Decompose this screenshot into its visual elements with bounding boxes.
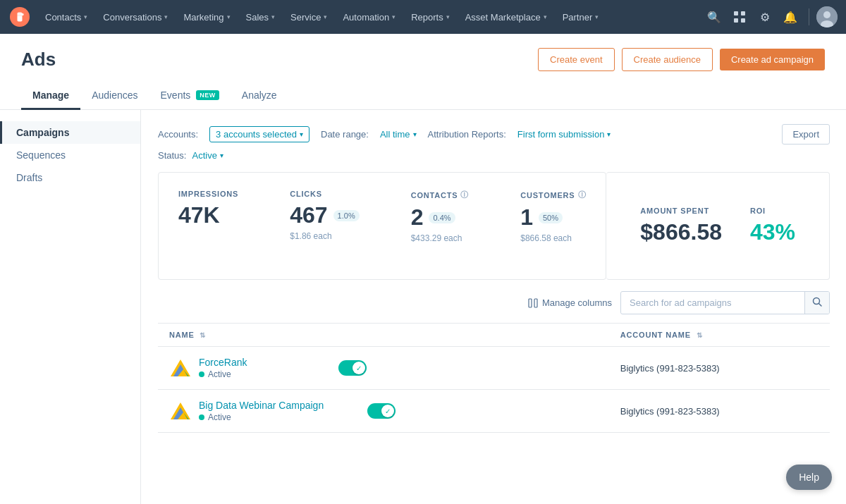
nav-service[interactable]: Service ▾ (283, 8, 334, 27)
sidebar-item-campaigns[interactable]: Campaigns (0, 121, 140, 144)
table-row: Big Data Webinar Campaign Active (158, 390, 830, 433)
customers-value: 1 (520, 204, 533, 231)
stat-amount-spent: AMOUNT SPENT $866.58 (640, 207, 722, 245)
svg-rect-4 (734, 18, 738, 23)
tab-analyze[interactable]: Analyze (231, 82, 288, 110)
search-input[interactable] (621, 293, 804, 313)
user-avatar[interactable] (816, 6, 838, 27)
export-button[interactable]: Export (782, 124, 830, 145)
status-dot-active (199, 414, 204, 420)
contacts-label: CONTACTS ⓘ (411, 190, 470, 200)
table-cell-name: ForceRank Active ✓ (158, 347, 609, 390)
customers-label: CUSTOMERS ⓘ (520, 190, 586, 200)
svg-rect-10 (534, 299, 537, 307)
page-title: Ads (21, 49, 56, 70)
create-campaign-button[interactable]: Create ad campaign (720, 49, 825, 70)
accounts-filter-label: Accounts: (158, 129, 198, 140)
toggle-switch[interactable]: ✓ (338, 360, 367, 376)
tab-events[interactable]: Events NEW (149, 82, 231, 110)
nav-contacts[interactable]: Contacts ▾ (38, 8, 94, 27)
info-icon[interactable]: ⓘ (578, 190, 587, 200)
nav-divider (809, 8, 809, 25)
table-col-name[interactable]: NAME ⇅ (158, 324, 609, 347)
accounts-filter-value[interactable]: 3 accounts selected ▾ (209, 126, 309, 142)
campaign-status: Active (199, 412, 324, 422)
impressions-value: 47K (178, 202, 238, 228)
svg-rect-2 (734, 11, 738, 16)
roi-value: 43% (750, 219, 795, 245)
top-navigation: Contacts ▾ Conversations ▾ Marketing ▾ S… (0, 0, 846, 34)
notifications-icon[interactable]: 🔔 (779, 6, 802, 28)
page-header-top: Ads Create event Create audience Create … (21, 48, 825, 71)
clicks-badge: 1.0% (333, 210, 360, 221)
table-toolbar: Manage columns (158, 291, 830, 314)
chevron-down-icon: ▾ (324, 13, 327, 20)
date-range-value[interactable]: All time ▾ (380, 129, 417, 140)
chevron-down-icon: ▾ (392, 13, 396, 20)
nav-asset-marketplace[interactable]: Asset Marketplace ▾ (458, 8, 554, 27)
sidebar-item-drafts[interactable]: Drafts (0, 166, 140, 189)
manage-columns-button[interactable]: Manage columns (528, 297, 612, 308)
date-range-label: Date range: (321, 129, 369, 140)
svg-point-1 (21, 13, 24, 16)
create-event-button[interactable]: Create event (538, 48, 614, 71)
content-area: Accounts: 3 accounts selected ▾ Date ran… (141, 110, 846, 504)
customers-badge: 50% (539, 212, 563, 223)
columns-icon (528, 298, 538, 308)
chevron-down-icon: ▾ (164, 13, 168, 20)
chevron-down-icon: ▾ (227, 13, 231, 20)
google-ads-icon (169, 400, 192, 422)
right-stats: AMOUNT SPENT $866.58 ROI 43% (626, 190, 809, 262)
campaign-name-cell: Big Data Webinar Campaign Active (169, 400, 598, 422)
table-header: NAME ⇅ ACCOUNT NAME ⇅ (158, 324, 830, 347)
info-icon[interactable]: ⓘ (460, 190, 469, 200)
help-button[interactable]: Help (786, 465, 832, 490)
toggle-knob: ✓ (352, 362, 365, 374)
clicks-value-row: 467 1.0% (290, 202, 359, 228)
search-icon (812, 297, 822, 307)
svg-point-7 (823, 11, 830, 18)
stat-impressions: IMPRESSIONS 47K (178, 190, 238, 228)
toggle-switch[interactable]: ✓ (367, 403, 396, 419)
search-button[interactable] (804, 292, 829, 314)
stats-metrics: IMPRESSIONS 47K CLICKS 467 1.0% $1.86 ea… (178, 190, 586, 243)
create-audience-button[interactable]: Create audience (622, 48, 713, 71)
nav-sales[interactable]: Sales ▾ (239, 8, 283, 27)
main-content: Campaigns Sequences Drafts Accounts: 3 a… (0, 110, 846, 504)
chevron-down-icon: ▾ (84, 13, 87, 20)
search-icon[interactable]: 🔍 (703, 6, 725, 28)
apps-icon[interactable] (728, 6, 751, 28)
nav-conversations[interactable]: Conversations ▾ (96, 8, 175, 27)
attribution-label: Attribution Reports: (428, 129, 506, 140)
clicks-value: 467 (290, 202, 327, 228)
nav-partner[interactable]: Partner ▾ (556, 8, 606, 27)
tab-audiences[interactable]: Audiences (80, 82, 149, 110)
stat-roi: ROI 43% (750, 207, 795, 245)
settings-icon[interactable]: ⚙ (754, 6, 776, 28)
chevron-down-icon: ▾ (544, 13, 547, 20)
search-box (620, 291, 830, 314)
google-ads-icon (169, 357, 192, 379)
svg-rect-3 (741, 11, 745, 16)
caret-down-icon: ▾ (220, 152, 223, 159)
table-body: ForceRank Active ✓ (158, 347, 830, 433)
caret-down-icon: ▾ (413, 130, 417, 138)
campaign-name-link[interactable]: Big Data Webinar Campaign (199, 400, 324, 411)
nav-marketing[interactable]: Marketing ▾ (176, 8, 237, 27)
chevron-down-icon: ▾ (446, 13, 450, 20)
campaign-name-link[interactable]: ForceRank (199, 357, 247, 368)
hubspot-logo[interactable] (8, 6, 31, 28)
table-col-account[interactable]: ACCOUNT NAME ⇅ (609, 324, 830, 347)
campaign-status: Active (199, 369, 247, 379)
contacts-value: 2 (411, 204, 424, 231)
main-stats-card: IMPRESSIONS 47K CLICKS 467 1.0% $1.86 ea… (158, 172, 606, 280)
tab-manage[interactable]: Manage (21, 82, 80, 110)
status-filter-value[interactable]: Active ▾ (192, 150, 223, 161)
status-row: Status: Active ▾ (158, 150, 830, 161)
stat-customers: CUSTOMERS ⓘ 1 50% $866.58 each (520, 190, 586, 243)
sidebar-item-sequences[interactable]: Sequences (0, 144, 140, 166)
clicks-label: CLICKS (290, 190, 359, 198)
nav-automation[interactable]: Automation ▾ (336, 8, 403, 27)
nav-reports[interactable]: Reports ▾ (404, 8, 457, 27)
attribution-value[interactable]: First form submission ▾ (517, 129, 611, 140)
